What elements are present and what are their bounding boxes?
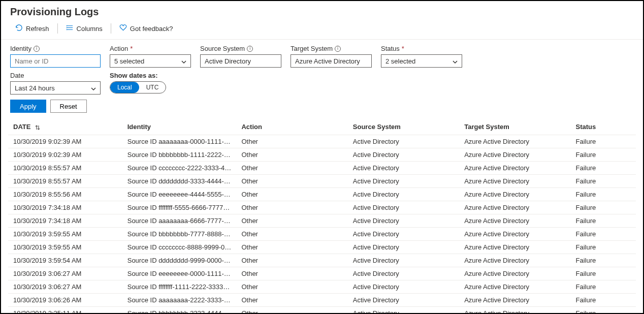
refresh-button[interactable]: Refresh	[10, 23, 54, 34]
table-row[interactable]: 10/30/2019 7:34:18 AMSource ID aaaaaaaa-…	[8, 214, 636, 228]
cell-target: Azure Active Directory	[459, 214, 570, 228]
cell-source: Active Directory	[348, 175, 459, 188]
identity-input[interactable]	[10, 54, 101, 68]
cell-status: Failure	[571, 148, 636, 162]
filter-date: Date Last 24 hours	[10, 72, 101, 95]
cell-source: Active Directory	[348, 241, 459, 254]
table-row[interactable]: 10/30/2019 9:02:39 AMSource ID bbbbbbbb-…	[8, 148, 636, 162]
table-row[interactable]: 10/30/2019 8:55:56 AMSource ID eeeeeeee-…	[8, 188, 636, 201]
date-select[interactable]: Last 24 hours	[10, 81, 101, 95]
page-title: Provisioning Logs	[1, 1, 643, 21]
cell-identity: Source ID aaaaaaaa-0000-1111-2222-bbb	[122, 135, 237, 148]
cell-date: 10/30/2019 9:02:39 AM	[8, 135, 122, 148]
cell-status: Failure	[571, 188, 636, 201]
cell-date: 10/30/2019 3:59:54 AM	[8, 254, 122, 267]
table-row[interactable]: 10/30/2019 2:25:11 AMSource ID bbbbbbbb-…	[8, 307, 636, 315]
table-row[interactable]: 10/30/2019 9:02:39 AMSource ID aaaaaaaa-…	[8, 135, 636, 148]
col-identity[interactable]: Identity	[122, 119, 237, 135]
col-date[interactable]: DATE	[8, 119, 122, 135]
filter-target-system: Target System i Azure Active Directory	[291, 45, 372, 68]
col-target[interactable]: Target System	[459, 119, 570, 135]
cell-action: Other	[236, 280, 347, 294]
filter-status: Status * 2 selected	[381, 45, 462, 68]
status-value: 2 selected	[385, 57, 415, 65]
cell-status: Failure	[571, 201, 636, 214]
feedback-button[interactable]: Got feedback?	[114, 23, 178, 34]
table-row[interactable]: 10/30/2019 8:55:57 AMSource ID cccccccc-…	[8, 162, 636, 175]
info-icon[interactable]: i	[247, 46, 253, 52]
target-system-label: Target System i	[291, 45, 372, 52]
table-row[interactable]: 10/30/2019 3:06:27 AMSource ID ffffffff-…	[8, 280, 636, 294]
cell-source: Active Directory	[348, 148, 459, 162]
identity-label: Identity i	[10, 45, 101, 52]
target-system-select[interactable]: Azure Active Directory	[291, 54, 372, 68]
table-row[interactable]: 10/30/2019 3:59:55 AMSource ID cccccccc-…	[8, 241, 636, 254]
reset-button[interactable]: Reset	[50, 100, 87, 113]
filter-identity: Identity i	[10, 45, 101, 68]
info-icon[interactable]: i	[34, 46, 40, 52]
cell-target: Azure Active Directory	[459, 228, 570, 241]
date-format-toggle[interactable]: Local UTC	[110, 81, 166, 93]
status-select[interactable]: 2 selected	[381, 54, 462, 68]
cell-status: Failure	[571, 254, 636, 267]
status-label: Status *	[381, 45, 462, 52]
cell-identity: Source ID dddddddd-9999-0000-1111-eee	[122, 254, 237, 267]
sort-icon	[35, 124, 41, 131]
cell-identity: Source ID bbbbbbbb-1111-2222-3333-cccc	[122, 148, 237, 162]
cell-status: Failure	[571, 228, 636, 241]
col-source[interactable]: Source System	[348, 119, 459, 135]
cell-target: Azure Active Directory	[459, 254, 570, 267]
cell-source: Active Directory	[348, 280, 459, 294]
columns-label: Columns	[77, 25, 103, 33]
table-row[interactable]: 10/30/2019 3:06:26 AMSource ID aaaaaaaa-…	[8, 294, 636, 307]
cell-identity: Source ID dddddddd-3333-4444-5555-ee	[122, 175, 237, 188]
cell-action: Other	[236, 228, 347, 241]
info-icon[interactable]: i	[335, 46, 341, 52]
refresh-icon	[15, 24, 23, 33]
chevron-down-icon	[91, 85, 96, 90]
toggle-local[interactable]: Local	[110, 82, 139, 93]
cell-identity: Source ID cccccccc-8888-9999-0000-ddd	[122, 241, 237, 254]
cell-status: Failure	[571, 307, 636, 315]
show-dates-label-text: Show dates as:	[110, 72, 158, 79]
apply-button[interactable]: Apply	[10, 100, 46, 113]
toggle-utc[interactable]: UTC	[139, 82, 166, 93]
action-select[interactable]: 5 selected	[110, 54, 191, 68]
source-system-label-text: Source System	[200, 45, 245, 52]
cell-action: Other	[236, 148, 347, 162]
required-indicator: *	[402, 45, 404, 52]
columns-button[interactable]: Columns	[61, 23, 108, 34]
identity-label-text: Identity	[10, 45, 31, 52]
cell-date: 10/30/2019 2:25:11 AM	[8, 307, 122, 315]
cell-identity: Source ID cccccccc-2222-3333-4444-ddd	[122, 162, 237, 175]
cell-identity: Source ID bbbbbbbb-3333-4444-5555-ccc	[122, 307, 237, 315]
cell-identity: Source ID ffffffff-5555-6666-7777-aaaaaa	[122, 201, 237, 214]
source-system-select[interactable]: Active Directory	[200, 54, 281, 68]
cell-date: 10/30/2019 8:55:56 AM	[8, 188, 122, 201]
col-action[interactable]: Action	[236, 119, 347, 135]
cell-date: 10/30/2019 3:59:55 AM	[8, 228, 122, 241]
cell-source: Active Directory	[348, 267, 459, 280]
cell-source: Active Directory	[348, 188, 459, 201]
cell-action: Other	[236, 294, 347, 307]
toolbar: Refresh Columns Got feedback?	[1, 21, 643, 39]
cell-target: Azure Active Directory	[459, 280, 570, 294]
col-status[interactable]: Status	[571, 119, 636, 135]
action-label: Action *	[110, 45, 191, 52]
cell-date: 10/30/2019 3:06:26 AM	[8, 294, 122, 307]
cell-status: Failure	[571, 162, 636, 175]
cell-target: Azure Active Directory	[459, 294, 570, 307]
feedback-label: Got feedback?	[130, 25, 173, 33]
table-row[interactable]: 10/30/2019 8:55:57 AMSource ID dddddddd-…	[8, 175, 636, 188]
table-row[interactable]: 10/30/2019 7:34:18 AMSource ID ffffffff-…	[8, 201, 636, 214]
show-dates-label: Show dates as:	[110, 72, 166, 79]
source-system-label: Source System i	[200, 45, 281, 52]
cell-source: Active Directory	[348, 307, 459, 315]
table-row[interactable]: 10/30/2019 3:59:55 AMSource ID bbbbbbbb-…	[8, 228, 636, 241]
cell-action: Other	[236, 214, 347, 228]
cell-status: Failure	[571, 214, 636, 228]
cell-identity: Source ID eeeeeeee-0000-1111-2222-ffffff	[122, 267, 237, 280]
cell-date: 10/30/2019 8:55:57 AM	[8, 162, 122, 175]
table-row[interactable]: 10/30/2019 3:06:27 AMSource ID eeeeeeee-…	[8, 267, 636, 280]
table-row[interactable]: 10/30/2019 3:59:54 AMSource ID dddddddd-…	[8, 254, 636, 267]
